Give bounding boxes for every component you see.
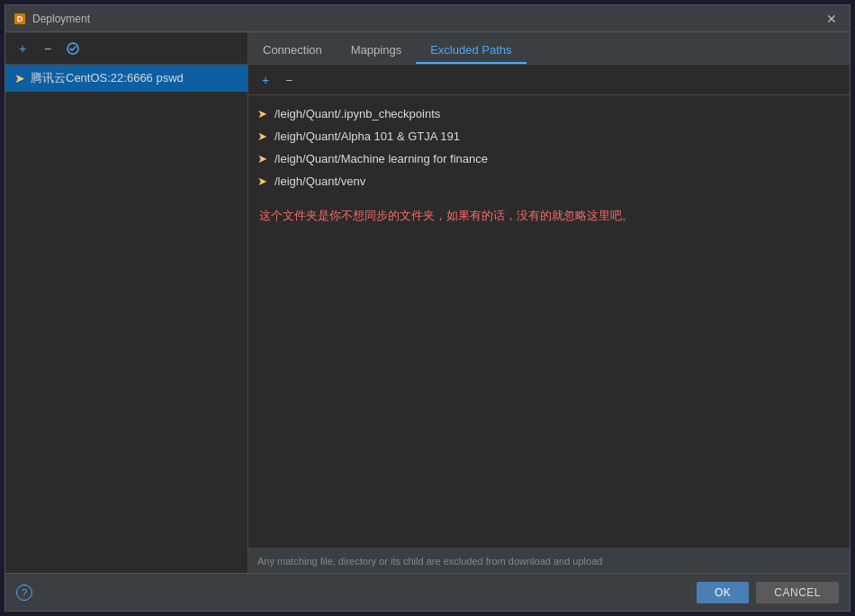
panel-add-button[interactable]: + xyxy=(256,70,275,90)
note-text: 这个文件夹是你不想同步的文件夹，如果有的话，没有的就忽略这里吧。 xyxy=(248,192,850,239)
path-item-0[interactable]: ➤ /leigh/Quant/.ipynb_checkpoints xyxy=(248,103,850,125)
sidebar-add-button[interactable]: + xyxy=(13,39,32,58)
sidebar-toolbar: + − xyxy=(5,32,248,65)
help-button[interactable]: ? xyxy=(16,585,32,601)
path-text-2: /leigh/Quant/Machine learning for financ… xyxy=(274,152,488,165)
panel-toolbar: + − xyxy=(248,65,850,95)
path-text-1: /leigh/Quant/Alpha 101 & GTJA 191 xyxy=(274,129,460,143)
status-bar: Any matching file, directory or its chil… xyxy=(248,548,850,573)
cancel-button[interactable]: CANCEL xyxy=(756,582,839,603)
path-icon-3: ➤ xyxy=(257,174,267,188)
main-area: + − ➤ 腾讯云CentOS:22:6666 pswd Connection … xyxy=(5,32,850,573)
path-icon-0: ➤ xyxy=(257,107,267,121)
path-item-3[interactable]: ➤ /leigh/Quant/venv xyxy=(248,170,850,192)
path-icon-2: ➤ xyxy=(257,152,267,165)
paths-list: ➤ /leigh/Quant/.ipynb_checkpoints ➤ /lei… xyxy=(248,95,850,548)
status-text: Any matching file, directory or its chil… xyxy=(257,556,602,567)
title-bar: D Deployment ✕ xyxy=(5,5,850,32)
path-text-3: /leigh/Quant/venv xyxy=(274,174,365,188)
footer: ? OK CANCEL xyxy=(5,573,850,611)
sidebar-remove-button[interactable]: − xyxy=(38,39,58,58)
sidebar-check-button[interactable] xyxy=(63,39,83,58)
deploy-icon: ➤ xyxy=(14,71,25,85)
deployment-dialog: D Deployment ✕ + − ➤ 腾讯云CentOS:22:6666 p xyxy=(4,4,850,612)
help-area: ? xyxy=(16,585,689,601)
sidebar-item-label: 腾讯云CentOS:22:6666 pswd xyxy=(31,70,184,86)
tab-mappings[interactable]: Mappings xyxy=(337,38,416,64)
tabs: Connection Mappings Excluded Paths xyxy=(248,32,850,65)
path-icon-1: ➤ xyxy=(257,129,267,143)
panel-remove-button[interactable]: − xyxy=(279,70,299,90)
tab-connection[interactable]: Connection xyxy=(248,38,337,64)
tab-excluded-paths[interactable]: Excluded Paths xyxy=(416,38,526,64)
right-panel: Connection Mappings Excluded Paths + − ➤… xyxy=(248,32,850,573)
title-bar-text: Deployment xyxy=(32,13,821,25)
app-icon: D xyxy=(13,12,27,26)
close-button[interactable]: ✕ xyxy=(821,10,842,28)
sidebar: + − ➤ 腾讯云CentOS:22:6666 pswd xyxy=(5,32,248,573)
path-text-0: /leigh/Quant/.ipynb_checkpoints xyxy=(274,107,440,121)
sidebar-item-deployment[interactable]: ➤ 腾讯云CentOS:22:6666 pswd xyxy=(5,65,248,92)
ok-button[interactable]: OK xyxy=(697,582,749,603)
path-item-1[interactable]: ➤ /leigh/Quant/Alpha 101 & GTJA 191 xyxy=(248,125,850,147)
path-item-2[interactable]: ➤ /leigh/Quant/Machine learning for fina… xyxy=(248,147,850,170)
svg-text:D: D xyxy=(17,14,23,23)
